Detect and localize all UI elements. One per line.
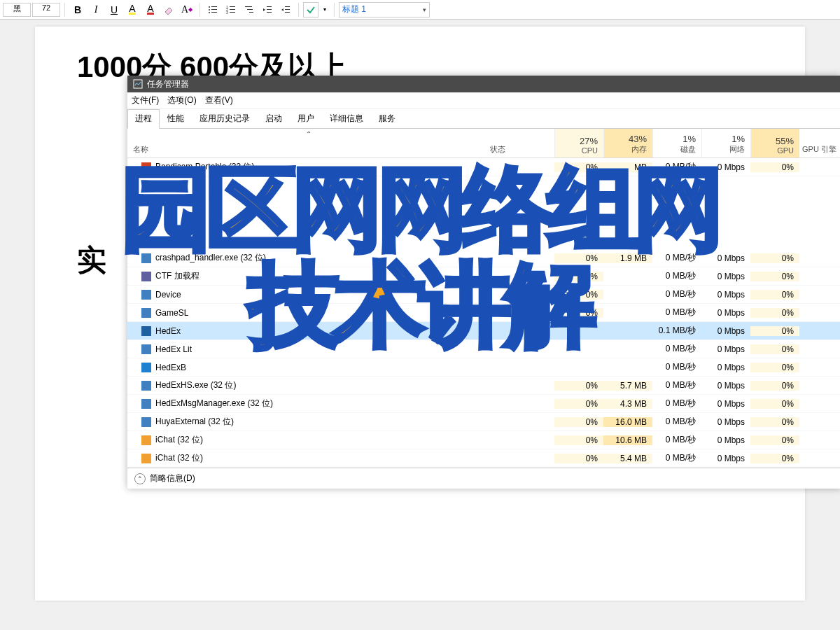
cell-disk: 0 MB/秒 bbox=[652, 288, 701, 300]
style-dropdown[interactable]: 标题 1 ▾ bbox=[339, 2, 430, 18]
process-icon bbox=[141, 344, 151, 354]
chevron-down-icon: ▾ bbox=[423, 6, 426, 13]
col-磁盘[interactable]: 1%磁盘 bbox=[652, 129, 701, 158]
tab-4[interactable]: 用户 bbox=[290, 109, 322, 128]
process-row[interactable]: HedExMsgManager.exe (32 位)0%4.3 MB0 MB/秒… bbox=[127, 395, 840, 413]
font-color-button[interactable]: A bbox=[142, 1, 159, 18]
highlight-button[interactable]: A bbox=[124, 1, 141, 18]
checkbox-toggle[interactable] bbox=[303, 2, 318, 18]
process-row[interactable]: HedExB0 MB/秒0 Mbps0% bbox=[127, 358, 840, 377]
cell-gpu: 0% bbox=[750, 381, 799, 391]
svg-rect-7 bbox=[230, 6, 235, 7]
eraser-icon[interactable] bbox=[160, 1, 177, 18]
process-row[interactable]: iChat (32 位)0%5.4 MB0 MB/秒0 Mbps0% bbox=[127, 449, 840, 468]
col-gpu-engine[interactable]: GPU 引擎 bbox=[799, 129, 840, 158]
cell-gpu: 0% bbox=[750, 344, 799, 354]
decrease-indent-icon[interactable] bbox=[259, 1, 276, 18]
process-name: HuyaExternal (32 位) bbox=[155, 416, 234, 428]
svg-rect-20 bbox=[285, 12, 290, 13]
svg-rect-13 bbox=[247, 9, 253, 10]
col-内存[interactable]: 43%内存 bbox=[603, 129, 652, 158]
multilevel-list-icon[interactable] bbox=[241, 1, 258, 18]
process-row[interactable]: HedEx Lit0 MB/秒0 Mbps0% bbox=[127, 340, 840, 358]
cell-gpu: 0% bbox=[750, 272, 799, 281]
fewer-details-link[interactable]: 简略信息(D) bbox=[150, 472, 195, 484]
col-status[interactable]: 状态 bbox=[484, 129, 554, 158]
footer-bar: ⌃ 简略信息(D) bbox=[127, 468, 840, 489]
process-icon bbox=[141, 454, 151, 463]
cell-net: 0 Mbps bbox=[701, 344, 750, 354]
title-bar[interactable]: 任务管理器 bbox=[127, 76, 840, 92]
process-icon bbox=[141, 435, 151, 445]
process-icon bbox=[141, 399, 151, 409]
process-row[interactable]: Bandicam Portable (32 位)0%MB0 MB/秒0 Mbps… bbox=[127, 158, 840, 176]
italic-button[interactable]: I bbox=[88, 1, 104, 18]
col-网络[interactable]: 1%网络 bbox=[701, 129, 750, 158]
cell-mem: 4.3 MB bbox=[603, 399, 652, 409]
menu-view[interactable]: 查看(V) bbox=[205, 94, 233, 106]
increase-indent-icon[interactable] bbox=[277, 1, 294, 18]
tab-2[interactable]: 应用历史记录 bbox=[192, 109, 258, 128]
process-row[interactable]: HedEx0.1 MB/秒0 Mbps0% bbox=[127, 322, 840, 340]
svg-rect-12 bbox=[245, 6, 252, 7]
tab-6[interactable]: 服务 bbox=[371, 109, 403, 128]
menu-file[interactable]: 文件(F) bbox=[132, 94, 159, 106]
tab-3[interactable]: 启动 bbox=[258, 109, 290, 128]
cell-net: 0 Mbps bbox=[701, 253, 750, 263]
cell-net: 0 Mbps bbox=[701, 381, 750, 391]
cell-cpu: 0% bbox=[554, 454, 603, 463]
cell-net: 0 Mbps bbox=[701, 308, 750, 318]
process-row[interactable]: Device0%0 MB/秒0 Mbps0% bbox=[127, 286, 840, 304]
cell-mem: 1.9 MB bbox=[603, 253, 652, 263]
process-row[interactable]: crashpad_handler.exe (32 位)0%1.9 MB0 MB/… bbox=[127, 249, 840, 267]
cell-cpu: 0% bbox=[554, 162, 603, 172]
process-name: HedExB bbox=[155, 363, 186, 372]
word-toolbar: 黑 72 B I U A A A◆ 123 ▾ 标题 1 ▾ bbox=[0, 0, 840, 20]
menu-bar: 文件(F) 选项(O) 查看(V) bbox=[127, 92, 840, 109]
font-name-field[interactable]: 黑 bbox=[3, 3, 31, 17]
cell-disk: 0 MB/秒 bbox=[652, 434, 701, 446]
tab-1[interactable]: 性能 bbox=[160, 109, 192, 128]
process-row[interactable]: HedExHS.exe (32 位)0%5.7 MB0 MB/秒0 Mbps0% bbox=[127, 377, 840, 395]
cell-mem: 5.7 MB bbox=[603, 381, 652, 391]
tab-5[interactable]: 详细信息 bbox=[322, 109, 371, 128]
svg-rect-9 bbox=[230, 9, 235, 10]
cell-cpu: 0% bbox=[554, 399, 603, 409]
bold-button[interactable]: B bbox=[69, 1, 86, 18]
process-name: iChat (32 位) bbox=[155, 452, 203, 464]
process-row[interactable]: iChat (32 位)0%10.6 MB0 MB/秒0 Mbps0% bbox=[127, 431, 840, 449]
col-name[interactable]: ⌃ 名称 bbox=[127, 129, 484, 158]
cell-gpu: 0% bbox=[750, 253, 799, 263]
cell-disk: 0 MB/秒 bbox=[652, 416, 701, 428]
cell-disk: 0 MB/秒 bbox=[652, 252, 701, 264]
cell-net: 0 Mbps bbox=[701, 272, 750, 281]
col-GPU[interactable]: 55%GPU bbox=[750, 129, 799, 158]
cell-disk: 0 MB/秒 bbox=[652, 452, 701, 464]
svg-rect-1 bbox=[211, 6, 217, 7]
cell-disk: 0 MB/秒 bbox=[652, 361, 701, 373]
process-row[interactable]: CTF 加载程0%0 MB/秒0 Mbps0% bbox=[127, 267, 840, 286]
tab-0[interactable]: 进程 bbox=[127, 109, 160, 129]
numbering-icon[interactable]: 123 bbox=[223, 1, 239, 18]
cell-mem: 16.0 MB bbox=[603, 417, 652, 427]
cell-net: 0 Mbps bbox=[701, 162, 750, 172]
menu-options[interactable]: 选项(O) bbox=[167, 94, 196, 106]
bullets-icon[interactable] bbox=[204, 1, 221, 18]
font-size-field[interactable]: 72 bbox=[32, 3, 60, 17]
cell-cpu: 0% bbox=[554, 290, 603, 300]
process-icon bbox=[141, 417, 151, 427]
checkbox-dropdown-icon[interactable]: ▾ bbox=[320, 1, 330, 18]
process-name: HedEx Lit bbox=[155, 344, 192, 354]
collapse-icon[interactable]: ⌃ bbox=[134, 473, 146, 484]
process-icon bbox=[141, 162, 151, 172]
svg-rect-16 bbox=[267, 9, 272, 10]
cell-gpu: 0% bbox=[750, 399, 799, 409]
col-CPU[interactable]: 27%CPU bbox=[554, 129, 603, 158]
process-row[interactable]: HuyaExternal (32 位)0%16.0 MB0 MB/秒0 Mbps… bbox=[127, 413, 840, 431]
cell-mem: 5.4 MB bbox=[603, 454, 652, 463]
svg-rect-19 bbox=[285, 9, 290, 10]
process-icon bbox=[141, 308, 151, 318]
process-row[interactable]: GameSL0%0 MB/秒0 Mbps0% bbox=[127, 304, 840, 322]
underline-button[interactable]: U bbox=[106, 1, 122, 18]
clear-format-button[interactable]: A◆ bbox=[178, 1, 195, 18]
